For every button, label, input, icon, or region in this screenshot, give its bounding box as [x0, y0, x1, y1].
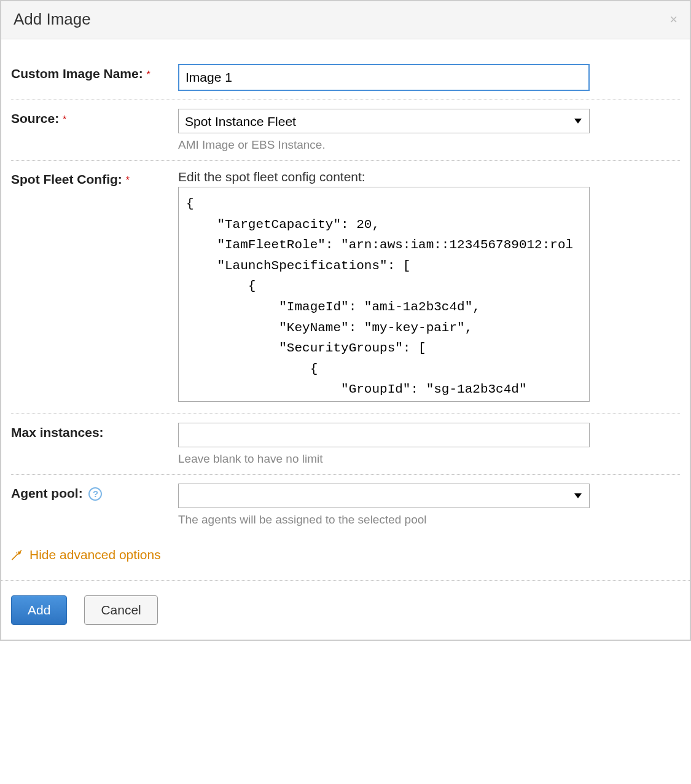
required-marker: * — [63, 114, 66, 125]
close-icon[interactable]: × — [670, 12, 677, 28]
source-hint: AMI Image or EBS Instance. — [178, 138, 680, 152]
label-max-instances: Max instances: — [11, 423, 178, 440]
row-custom-image-name: Custom Image Name: * — [11, 55, 680, 100]
label-text: Custom Image Name: — [11, 66, 143, 80]
max-instances-input[interactable] — [178, 423, 590, 447]
spot-fleet-config-textarea[interactable]: { "TargetCapacity": 20, "IamFleetRole": … — [178, 187, 590, 402]
cancel-button[interactable]: Cancel — [84, 595, 157, 625]
add-image-dialog: Add Image × Custom Image Name: * Source:… — [0, 0, 691, 641]
dialog-title: Add Image — [14, 10, 91, 29]
advanced-link-text: Hide advanced options — [29, 547, 161, 562]
agent-pool-hint: The agents will be assigned to the selec… — [178, 513, 680, 527]
max-instances-hint: Leave blank to have no limit — [178, 452, 680, 466]
dialog-body: Custom Image Name: * Source: * Spot Inst… — [1, 39, 690, 580]
label-source: Source: * — [11, 109, 178, 126]
row-max-instances: Max instances: Leave blank to have no li… — [11, 414, 680, 475]
label-text: Agent pool: — [11, 486, 83, 500]
dialog-header: Add Image × — [1, 1, 690, 39]
required-marker: * — [126, 175, 130, 186]
label-text: Max instances: — [11, 425, 104, 439]
label-text: Source: — [11, 111, 59, 125]
row-source: Source: * Spot Instance Fleet AMI Image … — [11, 100, 680, 161]
custom-image-name-input[interactable] — [178, 64, 590, 91]
label-agent-pool: Agent pool: ? — [11, 484, 178, 501]
row-agent-pool: Agent pool: ? The agents will be assigne… — [11, 475, 680, 535]
help-icon[interactable]: ? — [88, 487, 102, 501]
wrench-icon — [11, 549, 23, 561]
label-spot-fleet-config: Spot Fleet Config: * — [11, 170, 178, 187]
row-advanced-options: Hide advanced options — [11, 535, 680, 570]
dialog-footer: Add Cancel — [1, 580, 690, 640]
agent-pool-select[interactable] — [178, 484, 590, 508]
label-custom-image-name: Custom Image Name: * — [11, 64, 178, 81]
source-select[interactable]: Spot Instance Fleet — [178, 109, 590, 133]
hide-advanced-options-link[interactable]: Hide advanced options — [11, 547, 161, 562]
row-spot-fleet-config: Spot Fleet Config: * Edit the spot fleet… — [11, 161, 680, 414]
label-text: Spot Fleet Config: — [11, 172, 122, 186]
add-button[interactable]: Add — [11, 595, 67, 625]
required-marker: * — [147, 69, 150, 80]
spot-fleet-edit-label: Edit the spot fleet config content: — [178, 170, 680, 184]
